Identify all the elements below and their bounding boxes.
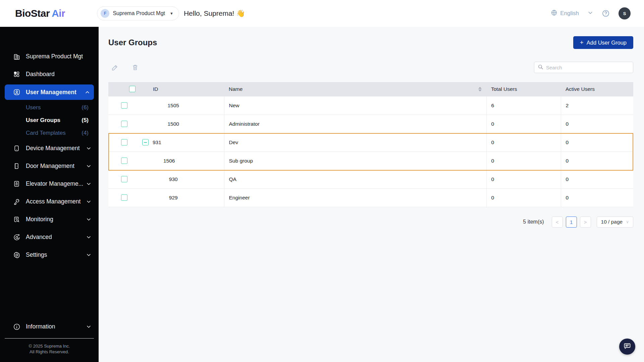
logo-air: Air [52, 8, 65, 19]
table-row[interactable]: 1505 New 6 2 [108, 96, 633, 115]
subitem-label: Users [26, 104, 41, 111]
page-size-select[interactable]: 10 / page ∨ [597, 217, 633, 228]
sidebar-item-advanced[interactable]: Advanced [0, 228, 99, 246]
add-button-label: Add User Group [587, 40, 627, 46]
column-header-name: Name [229, 86, 243, 92]
page-1-button[interactable]: 1 [566, 217, 577, 228]
group-active-users: 0 [561, 133, 633, 152]
sidebar-item-suprema-product-mgt[interactable]: Suprema Product Mgt [0, 48, 99, 65]
page-size-label: 10 / page [601, 219, 623, 225]
help-icon[interactable] [602, 9, 610, 17]
sidebar-item-user-management[interactable]: User Management [5, 84, 94, 100]
subitem-label: User Groups [26, 117, 60, 124]
sidebar-item-door-management[interactable]: Door Management [0, 157, 99, 175]
greeting-text: Hello, Suprema! 👋 [184, 9, 245, 17]
sidebar-subitem-user-groups[interactable]: User Groups (5) [0, 114, 99, 127]
subitem-count: (6) [82, 104, 89, 111]
group-id: 1505 [127, 103, 219, 109]
group-total-users: 0 [486, 133, 561, 152]
table-header-row: ID Name Total Users Active Users [108, 82, 633, 96]
org-selector-label: Suprema Product Mgt [113, 10, 165, 16]
monitoring-icon [13, 216, 20, 223]
group-id: 929 [127, 195, 219, 201]
sidebar-item-label: Information [26, 323, 55, 330]
add-user-group-button[interactable]: + Add User Group [573, 36, 633, 49]
caret-down-icon: ▼ [170, 11, 173, 15]
table-row-highlighted[interactable]: 931 Dev 0 0 [108, 133, 633, 152]
subitem-label: Card Templates [26, 130, 66, 136]
chevron-down-icon[interactable] [588, 10, 593, 17]
sidebar-item-monitoring[interactable]: Monitoring [0, 210, 99, 228]
next-page-button[interactable]: > [580, 217, 591, 228]
column-header-active-users: Active Users [561, 82, 633, 96]
search-icon [538, 64, 543, 71]
group-total-users: 0 [486, 152, 561, 170]
group-name: Engineer [224, 188, 486, 207]
group-total-users: 0 [486, 188, 561, 207]
row-checkbox[interactable] [121, 121, 127, 127]
key-icon [13, 198, 20, 205]
sidebar-item-access-management[interactable]: Access Management [0, 193, 99, 210]
subitem-count: (5) [82, 117, 89, 124]
group-active-users: 0 [561, 152, 633, 170]
group-active-users: 2 [561, 96, 633, 115]
table-row-child-highlighted[interactable]: 1506 Sub group 0 0 [108, 152, 633, 170]
chevron-down-icon [86, 324, 91, 329]
top-header: BioStarAir F Suprema Product Mgt ▼ Hello… [0, 0, 644, 27]
dashboard-icon [13, 70, 20, 78]
sidebar-divider [5, 338, 94, 339]
sidebar-item-settings[interactable]: Settings [0, 246, 99, 264]
organization-selector[interactable]: F Suprema Product Mgt ▼ [97, 6, 179, 20]
subitem-count: (4) [82, 130, 89, 136]
chevron-down-icon: ∨ [626, 220, 629, 224]
sidebar-spacer [0, 264, 99, 318]
copyright-line2: All Rights Reserved. [0, 349, 99, 355]
chevron-down-icon [86, 199, 91, 204]
row-checkbox[interactable] [121, 194, 127, 201]
row-checkbox[interactable] [121, 139, 127, 145]
sidebar-subitem-card-templates[interactable]: Card Templates (4) [0, 127, 99, 139]
row-checkbox[interactable] [121, 102, 127, 109]
row-checkbox[interactable] [121, 158, 127, 164]
sidebar-item-label: User Management [26, 89, 76, 96]
chat-button[interactable] [619, 339, 635, 355]
chevron-down-icon [86, 217, 91, 222]
sidebar-item-elevator-management[interactable]: Elevator Manageme... [0, 175, 99, 193]
group-id: 1500 [127, 121, 219, 127]
sort-icon[interactable] [478, 87, 482, 92]
chevron-down-icon [86, 235, 91, 240]
sidebar: Suprema Product Mgt Dashboard User Manag… [0, 27, 99, 362]
sidebar-item-device-management[interactable]: Device Management [0, 139, 99, 157]
sidebar-item-label: Dashboard [26, 71, 55, 78]
gear-icon [13, 251, 20, 259]
delete-icon[interactable] [131, 64, 139, 71]
row-checkbox[interactable] [121, 176, 127, 182]
group-active-users: 0 [561, 188, 633, 207]
group-id: 1506 [163, 158, 175, 164]
group-name: Administrator [224, 115, 486, 133]
edit-icon[interactable] [111, 64, 119, 71]
page-title: User Groups [108, 38, 157, 47]
items-count: 5 item(s) [523, 219, 544, 225]
group-name: Sub group [224, 152, 486, 170]
prev-page-button[interactable]: < [552, 217, 563, 228]
collapse-icon[interactable] [142, 139, 149, 145]
search-input[interactable] [546, 65, 630, 70]
sidebar-subitem-users[interactable]: Users (6) [0, 101, 99, 114]
sidebar-item-label: Advanced [26, 234, 52, 241]
sidebar-item-information[interactable]: Information [0, 318, 99, 336]
chevron-up-icon [85, 90, 90, 95]
sidebar-item-label: Suprema Product Mgt [26, 53, 83, 60]
chevron-down-icon [86, 181, 91, 186]
user-avatar[interactable]: S [619, 7, 631, 19]
select-all-checkbox[interactable] [129, 86, 136, 92]
table-row[interactable]: 929 Engineer 0 0 [108, 188, 633, 207]
group-name: New [224, 96, 486, 115]
sidebar-item-dashboard[interactable]: Dashboard [0, 65, 99, 83]
group-active-users: 0 [561, 115, 633, 133]
table-row[interactable]: 1500 Administrator 0 0 [108, 115, 633, 133]
copyright-line1: © 2025 Suprema Inc. [0, 343, 99, 349]
sidebar-item-label: Device Management [26, 145, 80, 152]
table-row[interactable]: 930 QA 0 0 [108, 170, 633, 188]
language-selector[interactable]: English [551, 9, 579, 18]
